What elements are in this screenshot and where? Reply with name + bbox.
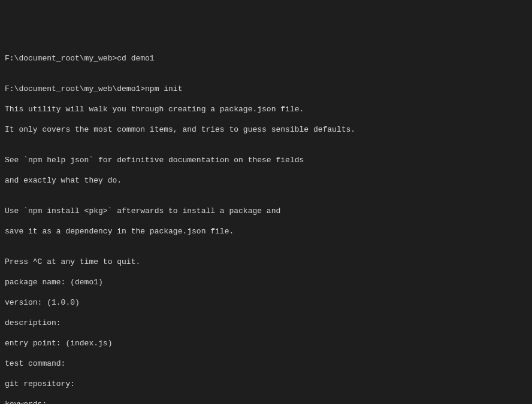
output-line: Use `npm install <pkg>` afterwards to in… <box>5 206 527 216</box>
output-line: and exactly what they do. <box>5 175 527 186</box>
output-line: See `npm help json` for definitive docum… <box>5 155 527 165</box>
output-line: This utility will walk you through creat… <box>5 104 527 114</box>
prompt-field: version: (1.0.0) <box>5 297 527 308</box>
output-line: Press ^C at any time to quit. <box>5 257 527 267</box>
prompt-field: entry point: (index.js) <box>5 338 527 348</box>
terminal-content[interactable]: F:\document_root\my_web>cd demo1 F:\docu… <box>5 43 527 404</box>
prompt-line: F:\document_root\my_web\demo1>npm init <box>5 84 527 94</box>
output-line: save it as a dependency in the package.j… <box>5 226 527 236</box>
prompt-field: test command: <box>5 359 527 369</box>
prompt-field: package name: (demo1) <box>5 277 527 287</box>
prompt-field: description: <box>5 318 527 328</box>
output-line: It only covers the most common items, an… <box>5 124 527 135</box>
prompt-field: git repository: <box>5 379 527 389</box>
prompt-line: F:\document_root\my_web>cd demo1 <box>5 53 527 63</box>
prompt-field: keywords: <box>5 399 527 404</box>
